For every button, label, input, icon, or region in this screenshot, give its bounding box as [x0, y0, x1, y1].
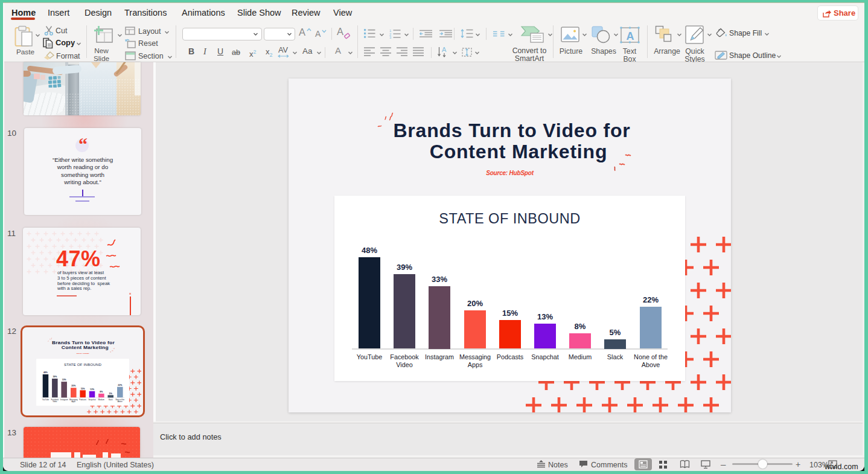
svg-text:3: 3: [389, 36, 392, 39]
svg-text:A: A: [442, 46, 447, 53]
svg-text:A: A: [627, 30, 634, 42]
